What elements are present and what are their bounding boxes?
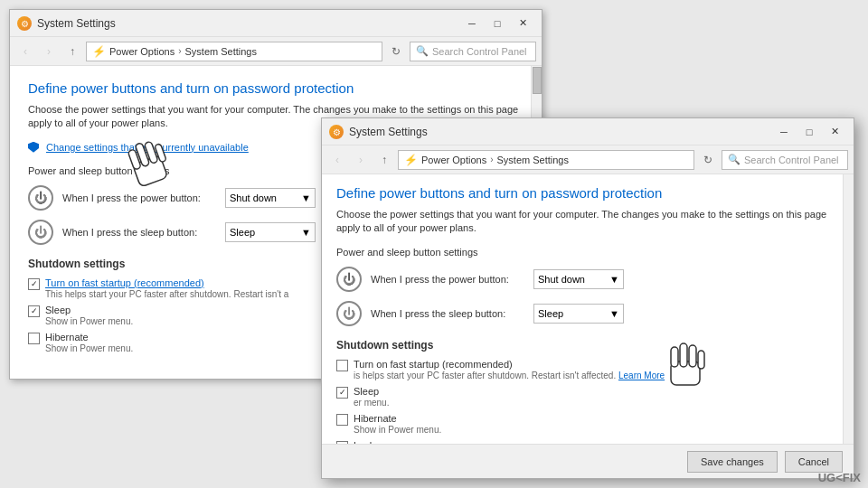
back-titlebar-buttons: ─ □ ✕ xyxy=(460,14,534,33)
front-fast-startup-checkbox[interactable] xyxy=(336,360,348,371)
front-section-label: Power and sleep button settings xyxy=(336,247,839,258)
back-fast-startup-content: Turn on fast startup (recommended) This … xyxy=(45,277,288,299)
save-changes-button[interactable]: Save changes xyxy=(687,451,778,473)
front-maximize-button[interactable]: □ xyxy=(797,123,821,141)
back-address-bar: ‹ › ↑ ⚡ Power Options › System Settings … xyxy=(10,37,542,66)
back-sleep-desc: Show in Power menu. xyxy=(45,316,133,326)
back-window-title: System Settings xyxy=(37,17,460,30)
front-sleep-label: Sleep xyxy=(354,386,389,397)
back-hibernate-label: Hibernate xyxy=(45,332,133,343)
back-power-button-dropdown[interactable]: Shut down ▼ xyxy=(225,188,316,208)
front-scrollbar[interactable] xyxy=(843,174,854,444)
front-sleep-icon xyxy=(336,301,362,326)
front-hibernate-label: Hibernate xyxy=(354,413,441,424)
front-power-button-value: Shut down xyxy=(538,274,585,285)
front-search-icon: 🔍 xyxy=(728,154,741,165)
front-lock-checkbox[interactable] xyxy=(336,441,348,444)
front-fast-startup-label: Turn on fast startup (recommended) xyxy=(354,359,665,370)
back-hibernate-desc: Show in Power menu. xyxy=(45,343,133,353)
back-power-button-label: When I press the power button: xyxy=(62,192,216,203)
back-nav-back[interactable]: ‹ xyxy=(15,42,35,61)
back-window-icon xyxy=(17,16,32,31)
back-fast-startup-label: Turn on fast startup (recommended) xyxy=(45,277,288,288)
front-sleep-button-row: When I press the sleep button: Sleep ▼ xyxy=(336,301,839,326)
front-sleep-button-dropdown[interactable]: Sleep ▼ xyxy=(533,304,624,324)
front-shutdown-section: Shutdown settings Turn on fast startup (… xyxy=(336,339,839,444)
back-titlebar: System Settings ─ □ ✕ xyxy=(10,10,542,37)
front-lock-row: Lock Show in account picture menu. xyxy=(336,440,839,444)
front-lock-content: Lock Show in account picture menu. xyxy=(354,440,477,444)
back-nav-up[interactable]: ↑ xyxy=(62,42,82,61)
back-sleep-icon xyxy=(28,220,53,245)
back-search-box[interactable]: 🔍 Search Control Panel xyxy=(410,42,536,61)
back-fast-startup-desc: This helps start your PC faster after sh… xyxy=(45,289,288,299)
back-page-title: Define power buttons and turn on passwor… xyxy=(28,80,524,96)
back-sleep-checkbox[interactable] xyxy=(28,305,40,317)
back-maximize-button[interactable]: □ xyxy=(486,14,509,33)
back-sleep-button-value: Sleep xyxy=(230,227,255,238)
front-sleep-desc: er menu. xyxy=(354,398,389,408)
front-window-title: System Settings xyxy=(349,126,772,138)
front-power-icon xyxy=(336,267,362,292)
back-change-link-text: Change settings that are currently unava… xyxy=(46,142,249,153)
front-hibernate-row: Hibernate Show in Power menu. xyxy=(336,413,839,435)
front-nav-forward[interactable]: › xyxy=(351,150,371,170)
front-sleep-content: Sleep er menu. xyxy=(354,386,389,408)
front-search-box[interactable]: 🔍 Search Control Panel xyxy=(722,150,848,170)
front-path-start: Power Options xyxy=(421,155,486,165)
front-hibernate-content: Hibernate Show in Power menu. xyxy=(354,413,441,435)
front-minimize-button[interactable]: ─ xyxy=(772,123,796,141)
front-sleep-button-label: When I press the sleep button: xyxy=(371,308,524,319)
front-titlebar-buttons: ─ □ ✕ xyxy=(772,123,846,141)
front-hibernate-checkbox[interactable] xyxy=(336,414,348,426)
back-hibernate-checkbox[interactable] xyxy=(28,333,40,344)
front-path-end: System Settings xyxy=(497,155,569,165)
cancel-button[interactable]: Cancel xyxy=(785,451,843,473)
front-address-bar: ‹ › ↑ ⚡ Power Options › System Settings … xyxy=(322,145,854,174)
front-path-arrow: › xyxy=(490,155,493,164)
front-nav-up[interactable]: ↑ xyxy=(374,150,394,170)
back-scrollbar-thumb[interactable] xyxy=(533,67,542,94)
front-path-icon: ⚡ xyxy=(404,154,418,166)
front-close-button[interactable]: ✕ xyxy=(823,123,846,141)
back-sleep-button-dropdown[interactable]: Sleep ▼ xyxy=(225,222,316,242)
back-path-icon: ⚡ xyxy=(92,45,106,58)
front-learn-more-link[interactable]: Learn More xyxy=(618,371,665,380)
front-nav-refresh[interactable]: ↻ xyxy=(698,150,718,170)
front-power-button-row: When I press the power button: Shut down… xyxy=(336,267,839,292)
front-window: System Settings ─ □ ✕ ‹ › ↑ ⚡ Power Opti… xyxy=(321,117,854,479)
back-sleep-label: Sleep xyxy=(45,305,133,315)
back-sleep-dropdown-arrow: ▼ xyxy=(301,227,311,238)
back-address-path[interactable]: ⚡ Power Options › System Settings xyxy=(86,42,382,61)
back-minimize-button[interactable]: ─ xyxy=(460,14,484,33)
back-path-arrow: › xyxy=(178,46,181,56)
back-path-end: System Settings xyxy=(185,46,257,57)
front-window-icon xyxy=(329,125,344,139)
front-fast-startup-row: Turn on fast startup (recommended) is he… xyxy=(336,359,839,380)
back-shield-icon xyxy=(28,142,39,153)
front-nav-back[interactable]: ‹ xyxy=(327,150,347,170)
back-search-placeholder: Search Control Panel xyxy=(432,46,527,57)
front-footer: Save changes Cancel xyxy=(322,444,854,478)
back-power-icon xyxy=(28,185,53,211)
front-power-button-label: When I press the power button: xyxy=(371,274,524,285)
front-page-title: Define power buttons and turn on passwor… xyxy=(336,185,839,201)
front-hibernate-desc: Show in Power menu. xyxy=(354,425,441,435)
watermark: UG<FIX xyxy=(818,471,861,484)
front-shutdown-title: Shutdown settings xyxy=(336,339,839,352)
back-sleep-button-label: When I press the sleep button: xyxy=(62,227,216,238)
back-nav-refresh[interactable]: ↻ xyxy=(386,42,406,61)
front-power-button-dropdown[interactable]: Shut down ▼ xyxy=(533,269,624,289)
back-power-button-value: Shut down xyxy=(230,192,277,203)
back-close-button[interactable]: ✕ xyxy=(511,14,534,33)
back-fast-startup-checkbox[interactable] xyxy=(28,278,40,290)
front-page-desc: Choose the power settings that you want … xyxy=(336,208,839,236)
front-lock-label: Lock xyxy=(354,440,477,444)
front-search-placeholder: Search Control Panel xyxy=(744,155,839,165)
front-address-path[interactable]: ⚡ Power Options › System Settings xyxy=(398,150,694,170)
front-titlebar: System Settings ─ □ ✕ xyxy=(322,118,854,145)
front-sleep-button-value: Sleep xyxy=(538,308,563,319)
back-nav-forward[interactable]: › xyxy=(39,42,59,61)
front-sleep-checkbox[interactable] xyxy=(336,387,348,399)
front-power-dropdown-arrow: ▼ xyxy=(609,274,619,285)
